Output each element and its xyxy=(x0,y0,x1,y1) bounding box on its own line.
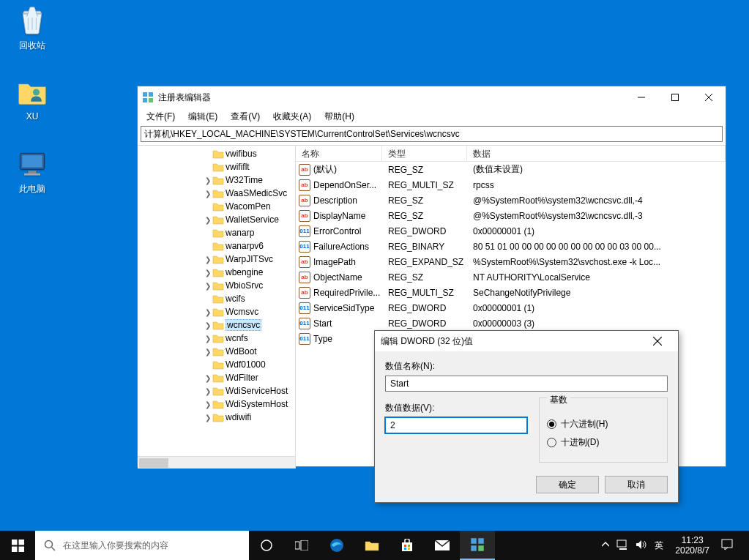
value-type-icon: 011 xyxy=(299,318,310,329)
expand-toggle[interactable]: ❯ xyxy=(204,321,212,329)
tree-item[interactable]: vwifibus xyxy=(138,147,295,160)
expand-toggle[interactable]: ❯ xyxy=(204,374,212,382)
svg-point-19 xyxy=(45,541,53,548)
tray-ime[interactable]: 英 xyxy=(655,540,663,552)
tree-item[interactable]: ❯WalletService xyxy=(138,213,295,226)
expand-toggle[interactable]: ❯ xyxy=(204,348,212,356)
tree-item[interactable]: ❯wcncsvc xyxy=(138,318,295,332)
expand-toggle[interactable]: ❯ xyxy=(204,308,212,316)
radio-hex[interactable] xyxy=(547,419,556,429)
minimize-button[interactable] xyxy=(625,86,658,108)
dialog-close-button[interactable] xyxy=(643,331,672,351)
tree-item[interactable]: ❯WdiSystemHost xyxy=(138,397,295,411)
expand-toggle[interactable]: ❯ xyxy=(204,269,212,277)
value-data: 0x00000001 (1) xyxy=(467,303,726,313)
expand-toggle[interactable]: ❯ xyxy=(204,216,212,224)
expand-toggle[interactable]: ❯ xyxy=(204,190,212,198)
tree-item[interactable]: ❯W32Time xyxy=(138,173,295,187)
menu-edit[interactable]: 编辑(E) xyxy=(182,109,223,124)
menu-view[interactable]: 查看(V) xyxy=(225,109,266,124)
tray-volume-icon[interactable] xyxy=(636,540,647,552)
radio-dec-row[interactable]: 十进制(D) xyxy=(547,436,660,449)
expand-toggle[interactable]: ❯ xyxy=(204,414,212,422)
tree-item[interactable]: ❯WdBoot xyxy=(138,345,295,358)
tray-chevron-up-icon[interactable] xyxy=(602,540,609,550)
tree-item[interactable]: wanarp xyxy=(138,226,295,239)
desktop-icon-recycle-bin[interactable]: 回收站 xyxy=(4,4,60,52)
maximize-button[interactable] xyxy=(658,86,692,108)
expand-toggle[interactable]: ❯ xyxy=(204,176,212,184)
value-type: REG_SZ xyxy=(382,211,467,221)
value-row[interactable]: ab(默认)REG_SZ(数值未设置) xyxy=(296,162,726,177)
start-button[interactable] xyxy=(0,531,35,560)
taskbar-search[interactable]: 在这里输入你要搜索的内容 xyxy=(35,531,249,560)
tree-item[interactable]: ❯WdiServiceHost xyxy=(138,384,295,397)
taskbar-edge[interactable] xyxy=(319,531,354,560)
tree-item[interactable]: ❯WarpJITSvc xyxy=(138,253,295,266)
cancel-button[interactable]: 取消 xyxy=(605,476,668,493)
tree-item[interactable]: ❯Wcmsvc xyxy=(138,305,295,318)
tree-h-scrollbar[interactable] xyxy=(138,456,295,468)
value-row[interactable]: abObjectNameREG_SZNT AUTHORITY\LocalServ… xyxy=(296,269,726,285)
value-row[interactable]: 011FailureActionsREG_BINARY80 51 01 00 0… xyxy=(296,239,726,254)
value-row[interactable]: abRequiredPrivile...REG_MULTI_SZSeChange… xyxy=(296,285,726,300)
tree-item[interactable]: ❯WaaSMedicSvc xyxy=(138,187,295,200)
menu-help[interactable]: 帮助(H) xyxy=(318,109,360,124)
taskbar-explorer[interactable] xyxy=(354,531,390,560)
expand-toggle[interactable]: ❯ xyxy=(204,255,212,264)
col-header-type[interactable]: 类型 xyxy=(382,146,467,161)
expand-toggle[interactable]: ❯ xyxy=(204,335,212,343)
menu-favorites[interactable]: 收藏夹(A) xyxy=(267,109,317,124)
value-data-input[interactable] xyxy=(385,417,527,433)
tree-item[interactable]: vwififlt xyxy=(138,160,295,173)
value-type: REG_SZ xyxy=(382,165,467,175)
value-row[interactable]: abDisplayNameREG_SZ@%SystemRoot%\system3… xyxy=(296,208,726,223)
value-row[interactable]: 011ServiceSidTypeREG_DWORD0x00000001 (1) xyxy=(296,300,726,316)
tree-item[interactable]: ❯WdFilter xyxy=(138,371,295,384)
tray-clock[interactable]: 11:23 2020/8/7 xyxy=(671,535,714,556)
expand-toggle[interactable]: ❯ xyxy=(204,387,212,395)
close-button[interactable] xyxy=(692,86,726,108)
tree-item[interactable]: ❯wdiwifi xyxy=(138,411,295,424)
taskbar-mail[interactable] xyxy=(425,531,460,560)
value-row[interactable]: abDependOnSer...REG_MULTI_SZrpcss xyxy=(296,177,726,193)
value-row[interactable]: 011ErrorControlREG_DWORD0x00000001 (1) xyxy=(296,223,726,239)
desktop-icon-user-folder[interactable]: XU xyxy=(4,76,60,122)
radio-hex-row[interactable]: 十六进制(H) xyxy=(547,418,660,430)
tree-item[interactable]: Wdf01000 xyxy=(138,358,295,371)
dialog-titlebar[interactable]: 编辑 DWORD (32 位)值 xyxy=(375,331,678,351)
value-row[interactable]: abImagePathREG_EXPAND_SZ%SystemRoot%\Sys… xyxy=(296,254,726,269)
expand-toggle[interactable]: ❯ xyxy=(204,282,212,290)
tree-item[interactable]: ❯wbengine xyxy=(138,266,295,279)
col-header-data[interactable]: 数据 xyxy=(467,146,726,161)
tree-pane[interactable]: vwifibusvwififlt❯W32Time❯WaaSMedicSvcWac… xyxy=(138,146,296,468)
tray-network-icon[interactable] xyxy=(616,540,628,552)
tree-item[interactable]: wcifs xyxy=(138,292,295,305)
taskbar-regedit[interactable] xyxy=(460,531,495,560)
expand-toggle[interactable]: ❯ xyxy=(204,400,212,408)
value-type: REG_MULTI_SZ xyxy=(382,180,467,190)
value-data: SeChangeNotifyPrivilege xyxy=(467,288,726,298)
tray-notifications-icon[interactable] xyxy=(721,539,733,553)
taskbar-store[interactable] xyxy=(390,531,425,560)
value-row[interactable]: 011StartREG_DWORD0x00000003 (3) xyxy=(296,316,726,331)
cortana-button[interactable] xyxy=(249,531,284,560)
tree-item[interactable]: wanarpv6 xyxy=(138,239,295,253)
task-view-button[interactable] xyxy=(284,531,319,560)
desktop-icon-this-pc[interactable]: 此电脑 xyxy=(4,148,60,195)
values-header[interactable]: 名称 类型 数据 xyxy=(296,146,726,162)
col-header-name[interactable]: 名称 xyxy=(296,146,382,161)
address-bar[interactable]: 计算机\HKEY_LOCAL_MACHINE\SYSTEM\CurrentCon… xyxy=(141,126,723,142)
tree-item[interactable]: ❯WbioSrvc xyxy=(138,279,295,292)
tree-item[interactable]: ❯wcnfs xyxy=(138,332,295,345)
tree-item[interactable]: WacomPen xyxy=(138,200,295,213)
svg-rect-32 xyxy=(478,538,484,544)
menu-file[interactable]: 文件(F) xyxy=(141,109,181,124)
ok-button[interactable]: 确定 xyxy=(536,476,599,493)
desktop-icon-label: 此电脑 xyxy=(4,183,60,195)
value-row[interactable]: abDescriptionREG_SZ@%SystemRoot%\system3… xyxy=(296,193,726,208)
value-name-input[interactable] xyxy=(385,376,668,392)
svg-rect-8 xyxy=(149,98,153,102)
radio-dec[interactable] xyxy=(547,438,556,447)
titlebar[interactable]: 注册表编辑器 xyxy=(138,86,726,108)
